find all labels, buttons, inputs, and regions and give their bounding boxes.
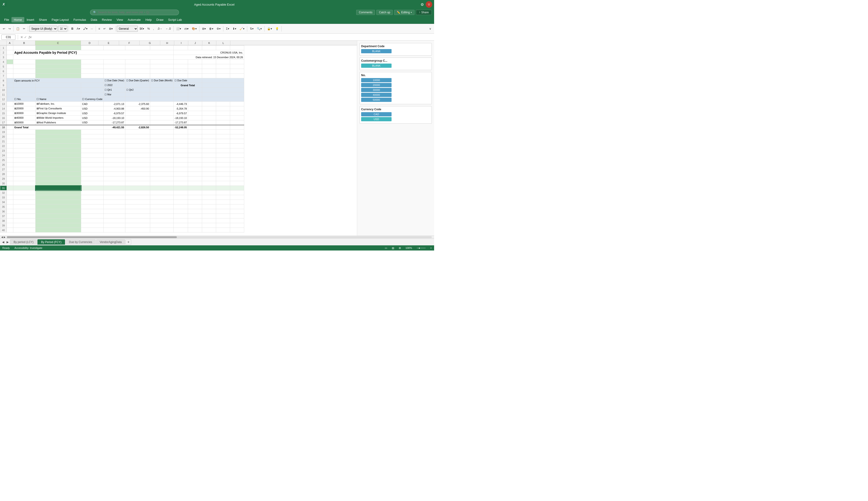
menu-draw[interactable]: Draw xyxy=(154,17,166,22)
col-header-e[interactable]: E xyxy=(98,41,119,45)
sheet-nav-right[interactable]: ▶ xyxy=(6,241,10,244)
formula-input[interactable] xyxy=(33,35,433,40)
list-item[interactable]: 10000 xyxy=(361,78,430,82)
search-bar[interactable]: 🔍 xyxy=(90,10,179,15)
view-normal[interactable]: ▭ xyxy=(385,246,387,249)
cell-a3[interactable] xyxy=(7,55,13,60)
align-left-button[interactable]: ≡ xyxy=(97,26,102,31)
list-item[interactable]: 50000 xyxy=(361,98,430,102)
search-input[interactable] xyxy=(98,11,159,14)
menu-file[interactable]: File xyxy=(2,17,11,22)
cell-k1[interactable] xyxy=(216,45,230,50)
currency-button[interactable]: $€▾ xyxy=(138,26,146,31)
cell-l1[interactable] xyxy=(230,45,244,50)
cell-h1[interactable] xyxy=(174,45,188,50)
list-item[interactable]: BLANK xyxy=(361,49,430,53)
sort-filter-button[interactable]: ⇅▾ xyxy=(248,26,255,31)
cell-c1[interactable] xyxy=(35,45,81,50)
tab-vendor-aging-data[interactable]: VendorAgingData xyxy=(96,239,125,245)
cut-button[interactable]: ✂ xyxy=(21,26,27,31)
cell-i1[interactable] xyxy=(188,45,202,50)
more-options-button[interactable]: ··· xyxy=(90,26,94,31)
fill-button[interactable]: ⬇▾ xyxy=(231,26,238,31)
editing-button[interactable]: ✏️ Editing ▾ xyxy=(394,10,415,15)
fill-color-button[interactable]: 🖍▾ xyxy=(82,26,89,31)
undo-button[interactable]: ↩ xyxy=(1,26,7,31)
wrap-button[interactable]: ↵ xyxy=(102,26,107,31)
menu-share[interactable]: Share xyxy=(36,17,49,22)
col-header-j[interactable]: J xyxy=(188,41,202,45)
list-item[interactable]: CAD xyxy=(361,112,430,116)
col-header-h[interactable]: H xyxy=(160,41,174,45)
comments-button[interactable]: Comments xyxy=(356,10,375,15)
tab-due-by-currencies[interactable]: Due by Currencies xyxy=(65,239,96,245)
share-button[interactable]: ↑ Share xyxy=(416,10,432,15)
cell-a1[interactable] xyxy=(7,45,13,50)
list-item[interactable]: USD xyxy=(361,117,430,121)
font-name-select[interactable]: Segoe UI (Body) xyxy=(29,26,57,32)
ideas-button[interactable]: 💡 xyxy=(274,26,280,31)
customergroup-blank-chip[interactable]: BLANK xyxy=(361,64,391,68)
menu-script-lab[interactable]: Script Lab xyxy=(166,17,184,22)
view-page-break[interactable]: ⊞ xyxy=(399,246,401,249)
list-item[interactable]: BLANK xyxy=(361,64,430,68)
sheet-nav-left[interactable]: ◀ xyxy=(1,241,5,244)
cell-b2-title[interactable]: Aged Accounts Payable by Period (FCY) xyxy=(13,50,174,55)
dept-blank-chip[interactable]: BLANK xyxy=(361,49,391,53)
menu-home[interactable]: Home xyxy=(11,17,24,22)
col-header-a[interactable]: A xyxy=(7,41,13,45)
merge-button[interactable]: ⊞▾ xyxy=(107,26,114,31)
col-header-g[interactable]: G xyxy=(140,41,160,45)
add-sheet-button[interactable]: + xyxy=(126,239,131,245)
confirm-formula-icon[interactable]: ✓ xyxy=(24,35,27,39)
percent-button[interactable]: % xyxy=(146,26,151,31)
font-size-select[interactable]: 10 xyxy=(58,26,67,32)
paste-button[interactable]: 📋 xyxy=(15,26,21,31)
bold-button[interactable]: B xyxy=(70,26,75,31)
format-cells-button[interactable]: ⚙▾ xyxy=(215,26,222,31)
font-color-button[interactable]: A▾ xyxy=(75,26,81,31)
tab-by-period-fcy[interactable]: By Period (FCY) xyxy=(38,239,65,245)
autosum-button[interactable]: Σ▾ xyxy=(224,26,230,31)
view-page-layout[interactable]: ▤ xyxy=(392,246,394,249)
cell-styles-button[interactable]: 🎨▾ xyxy=(190,26,198,31)
menu-help[interactable]: Help xyxy=(143,17,154,22)
col-header-d[interactable]: D xyxy=(81,41,98,45)
cell-b1[interactable] xyxy=(13,45,35,50)
col-header-f[interactable]: F xyxy=(119,41,140,45)
menu-automate[interactable]: Automate xyxy=(125,17,143,22)
menu-formulas[interactable]: Formulas xyxy=(71,17,88,22)
cell-h2-company[interactable]: CRONUS USA, Inc. xyxy=(174,50,244,55)
col-header-b[interactable]: B xyxy=(13,41,35,45)
catch-up-button[interactable]: Catch up xyxy=(376,10,393,15)
cell-f1[interactable] xyxy=(125,45,150,50)
cell-reference[interactable]: C31 xyxy=(1,35,15,40)
list-item[interactable]: 30000 xyxy=(361,88,430,92)
settings-icon[interactable]: ⚙ xyxy=(420,2,424,7)
expand-ribbon-button[interactable]: ∨ xyxy=(428,26,433,31)
selected-cell-c31[interactable] xyxy=(35,186,81,190)
cell-g1[interactable] xyxy=(150,45,174,50)
menu-review[interactable]: Review xyxy=(100,17,114,22)
conditional-format-button[interactable]: ⬜▾ xyxy=(175,26,182,31)
insert-cells-button[interactable]: ⊞▾ xyxy=(201,26,207,31)
col-header-l[interactable]: L xyxy=(216,41,230,45)
tab-by-period-lcy[interactable]: By period (LCY) xyxy=(10,239,37,245)
delete-cells-button[interactable]: 🗑▾ xyxy=(208,26,215,31)
col-header-i[interactable]: I xyxy=(174,41,188,45)
cell-d1[interactable] xyxy=(81,45,104,50)
list-item[interactable]: 40000 xyxy=(361,93,430,97)
clear-button[interactable]: 🧹▾ xyxy=(238,26,246,31)
col-header-c[interactable]: C xyxy=(35,41,81,45)
redo-button[interactable]: ↪ xyxy=(7,26,12,31)
list-item[interactable]: 20000 xyxy=(361,83,430,87)
decrease-decimal-button[interactable]: ←.0 xyxy=(164,26,172,31)
col-header-k[interactable]: K xyxy=(202,41,216,45)
menu-view[interactable]: View xyxy=(114,17,125,22)
horizontal-scrollbar[interactable] xyxy=(7,236,432,238)
increase-decimal-button[interactable]: .0→ xyxy=(156,26,164,31)
format-as-table-button[interactable]: 🗃▾ xyxy=(183,26,190,31)
menu-data[interactable]: Data xyxy=(88,17,100,22)
cancel-formula-icon[interactable]: ✕ xyxy=(20,35,23,39)
cell-b3[interactable] xyxy=(13,55,174,60)
